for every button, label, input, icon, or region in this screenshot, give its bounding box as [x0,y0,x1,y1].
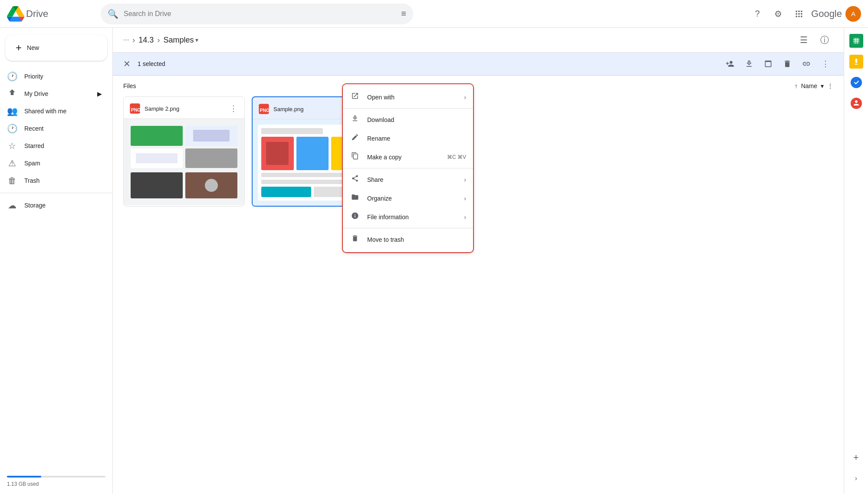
svg-rect-3 [796,13,797,14]
logo-area: Drive [7,5,94,23]
breadcrumb-chevron-2: › [157,36,160,45]
search-bar[interactable]: 🔍 ≡ [101,3,413,24]
sidebar-item-spam[interactable]: ⚠ Spam [0,155,107,172]
organize-chevron-icon: › [464,195,466,202]
sidebar-item-trash[interactable]: 🗑 Trash [0,172,107,189]
download-button[interactable] [741,56,757,72]
collapse-panel-button[interactable]: › [848,470,865,487]
apps-grid-icon [795,10,803,18]
sidebar-divider [0,193,112,193]
copy-shortcut: ⌘C ⌘V [447,154,466,160]
tasks-panel-button[interactable] [848,74,865,91]
download-menu-icon [350,115,360,125]
search-input[interactable] [124,10,396,18]
file-menu-button-sample2[interactable]: ⋮ [228,102,239,115]
trash-icon: 🗑 [7,176,17,186]
breadcrumb-parent[interactable]: 14.3 [138,36,154,45]
open-with-icon [350,92,360,102]
menu-divider-2 [343,168,473,168]
menu-divider-3 [343,228,473,228]
sort-more-icon: ⋮ [827,82,833,89]
contacts-panel-button[interactable] [848,95,865,112]
share-people-button[interactable] [722,56,738,72]
menu-label-share: Share [367,176,457,183]
sidebar-item-my-drive[interactable]: My Drive ▶ [0,85,107,102]
storage-section: 1.13 GB used [0,469,112,491]
breadcrumb-dots[interactable]: ··· [123,36,129,44]
sidebar-item-label-trash: Trash [24,177,39,184]
menu-item-move-trash[interactable]: Move to trash [343,230,473,249]
storage-icon: ☁ [7,200,17,211]
organize-icon [350,193,360,203]
breadcrumb-current-folder[interactable]: Samples ▾ [163,36,198,45]
delete-button[interactable] [779,56,795,72]
contacts-icon [850,97,862,109]
menu-item-share[interactable]: Share › [343,170,473,189]
svg-rect-0 [796,10,797,12]
files-area: Files ↑ Name ▾ ⋮ PNG [113,76,844,494]
menu-item-copy[interactable]: Make a copy ⌘C ⌘V [343,148,473,166]
sidebar-item-starred[interactable]: ☆ Starred [0,137,107,155]
menu-label-rename: Rename [367,135,466,142]
copy-icon [350,152,360,162]
sort-control[interactable]: ↑ Name ▾ ⋮ [795,82,833,89]
content-area: ··· › 14.3 › Samples ▾ ☰ ⓘ ✕ 1 selected [113,28,844,494]
selection-close-button[interactable]: ✕ [123,59,131,69]
link-icon [802,59,811,68]
sidebar-item-priority[interactable]: 🕐 Priority [0,68,107,85]
file-info-chevron-icon: › [464,214,466,221]
svg-rect-5 [801,13,802,14]
download-icon [745,59,753,68]
sidebar-item-shared[interactable]: 👥 Shared with me [0,102,107,120]
new-button[interactable]: + New [5,35,107,61]
expand-icon: ▶ [97,90,102,97]
filter-icon[interactable]: ≡ [401,9,406,19]
menu-item-download[interactable]: Download [343,110,473,129]
preview-button[interactable] [760,56,776,72]
context-menu: Open with › Download [343,84,473,252]
add-person-icon [726,59,734,68]
menu-item-rename[interactable]: Rename [343,129,473,148]
avatar[interactable]: A [845,6,861,22]
storage-bar-background [7,476,105,478]
sort-label: Name [801,82,817,89]
share-icon [350,175,360,184]
menu-item-file-info[interactable]: File information › [343,207,473,226]
add-panel-button[interactable]: + [848,449,865,466]
menu-item-open-with[interactable]: Open with › [343,88,473,106]
help-button[interactable]: ? [749,5,766,23]
keep-panel-button[interactable] [848,53,865,70]
shared-icon: 👥 [7,106,17,116]
settings-button[interactable]: ⚙ [769,5,787,23]
plus-icon: + [16,42,22,54]
priority-icon: 🕐 [7,71,17,82]
more-options-button[interactable]: ⋮ [818,56,833,72]
menu-item-organize[interactable]: Organize › [343,189,473,207]
file-card-sample2[interactable]: PNG Sample 2.png ⋮ [123,96,245,207]
list-view-button[interactable]: ☰ [795,31,812,49]
link-button[interactable] [799,56,814,72]
main-area: + New 🕐 Priority My Drive ▶ 👥 Shared wit… [0,28,868,494]
files-header: Files ↑ Name ▾ ⋮ [123,82,833,89]
sidebar-item-storage[interactable]: ☁ Storage [0,197,107,214]
menu-label-organize: Organize [367,195,457,202]
starred-icon: ☆ [7,141,17,151]
svg-rect-7 [798,16,799,17]
right-panel: + › [844,28,868,494]
svg-point-19 [851,77,862,88]
sheets-panel-button[interactable] [848,32,865,49]
menu-label-open-with: Open with [367,94,457,101]
search-icon: 🔍 [108,9,118,19]
svg-text:PNG: PNG [131,107,141,112]
breadcrumb-chevron-1: › [132,36,135,45]
sheets-icon [852,37,860,45]
apps-button[interactable] [790,5,808,23]
info-button[interactable]: ⓘ [816,31,833,49]
delete-icon [783,59,792,68]
share-chevron-icon: › [464,176,466,183]
svg-rect-8 [801,16,802,17]
file-name-sample: Sample.png [273,106,352,112]
file-type-icon-sample: PNG [258,103,270,115]
sidebar-item-recent[interactable]: 🕐 Recent [0,120,107,137]
svg-rect-18 [855,64,858,65]
